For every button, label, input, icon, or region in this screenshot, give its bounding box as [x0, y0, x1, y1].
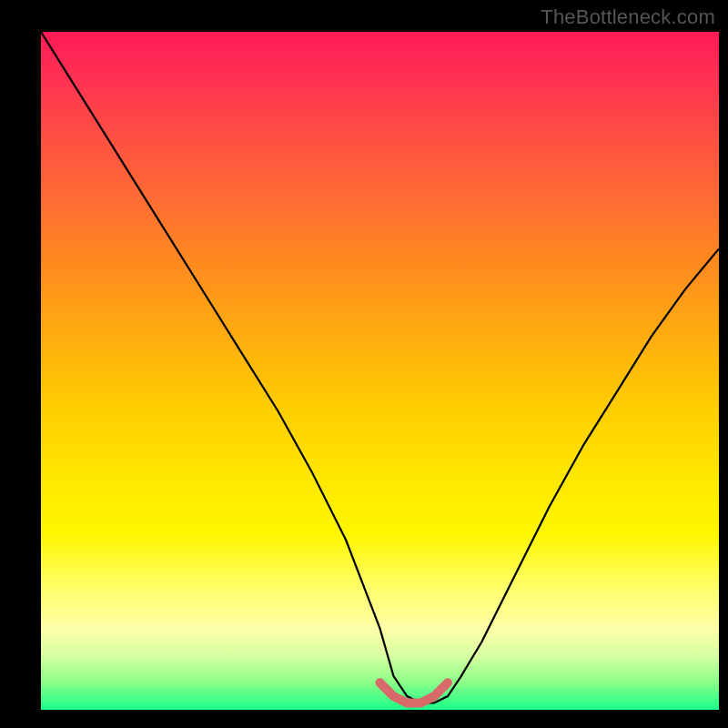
optimal-zone-marker — [41, 32, 719, 710]
watermark-text: TheBottleneck.com — [541, 5, 715, 29]
chart-frame: TheBottleneck.com — [0, 0, 728, 728]
plot-area — [41, 32, 719, 710]
